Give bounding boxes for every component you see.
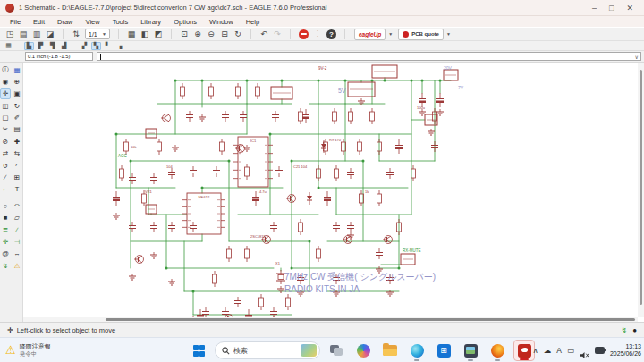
schematic-part-r[interactable] [245, 246, 250, 262]
schematic-part-c[interactable] [234, 297, 242, 307]
schematic-part-gnd[interactable] [113, 213, 120, 219]
maximize-button[interactable]: □ [609, 4, 614, 13]
tool-mirror[interactable]: ◫ [0, 100, 11, 111]
schematic-part-box[interactable] [425, 114, 437, 125]
schematic-part-gnd[interactable] [386, 290, 394, 296]
menu-tools[interactable]: Tools [106, 18, 135, 26]
menu-library[interactable]: Library [134, 18, 167, 26]
tool-invoke[interactable]: ⊞ [12, 173, 22, 183]
undo-icon[interactable]: ↶ [258, 29, 270, 40]
zoom-out-icon[interactable]: ⊖ [205, 29, 217, 40]
export-image-icon[interactable]: ◪ [44, 29, 56, 40]
onedrive-icon[interactable]: ☁ [544, 346, 552, 355]
zoom-in-icon[interactable]: ⊕ [191, 29, 204, 40]
schematic-part-r[interactable] [124, 139, 129, 155]
tool-circle[interactable]: ○ [0, 200, 11, 211]
menu-options[interactable]: Options [167, 18, 203, 26]
schematic-part-e[interactable] [436, 93, 444, 107]
schematic-part-c[interactable] [240, 111, 247, 122]
schematic-part-q[interactable] [286, 195, 296, 203]
schematic-part-r[interactable] [370, 108, 375, 124]
schematic-part-r[interactable] [358, 139, 362, 155]
schematic-part-box[interactable] [444, 70, 458, 80]
menu-file[interactable]: File [4, 18, 27, 26]
taskbar-app-store[interactable] [433, 340, 454, 361]
schematic-part-c[interactable] [347, 168, 354, 179]
taskbar-app-edge[interactable] [406, 340, 428, 361]
ime-mode-icon[interactable]: A [556, 346, 562, 355]
vertical-scrollbar[interactable] [638, 63, 644, 317]
tool-group[interactable]: ▢ [0, 113, 11, 123]
zoom-fit-icon[interactable]: ⊡ [178, 29, 191, 40]
menu-draw[interactable]: Draw [51, 18, 80, 26]
tool-copy[interactable]: ▣ [12, 88, 22, 99]
tool-replace[interactable]: ↺ [0, 160, 11, 171]
pcbquote-dropdown-icon[interactable]: ▼ [445, 31, 453, 37]
schematic-part-r[interactable] [349, 108, 353, 124]
schematic-part-r[interactable] [377, 190, 382, 206]
schematic-part-gnd[interactable] [172, 145, 179, 151]
tool-polygon[interactable]: ▱ [12, 213, 22, 223]
grid-toggle-icon[interactable]: ▦ [4, 42, 13, 50]
eagleup-dropdown-icon[interactable]: ▼ [386, 31, 394, 37]
tool-change[interactable]: ✐ [12, 113, 22, 123]
cast-display-icon[interactable]: ▭ [567, 346, 574, 355]
schematic-part-r[interactable] [299, 219, 303, 235]
schematic-part-c[interactable] [333, 222, 340, 232]
schematic-part-ic[interactable]: NE612 [182, 193, 225, 234]
schematic-part-r[interactable] [213, 271, 217, 287]
save-icon[interactable]: ▤ [17, 29, 30, 40]
schematic-part-gnd[interactable] [199, 114, 206, 121]
menu-view[interactable]: View [80, 18, 106, 26]
tool-add[interactable]: ✚ [12, 136, 22, 147]
menu-window[interactable]: Window [203, 18, 240, 26]
tool-arc[interactable]: ◠ [12, 200, 22, 211]
schematic-part-c[interactable] [186, 111, 193, 122]
tray-chevron-icon[interactable]: ∧ [533, 346, 538, 355]
bend-style-5-icon[interactable]: ▞ [80, 42, 89, 50]
tool-delete[interactable]: ⊘ [0, 136, 11, 147]
schematic-part-r[interactable] [120, 165, 124, 181]
schematic-part-e[interactable] [302, 109, 309, 123]
horizontal-scrollbar-thumb[interactable] [106, 318, 635, 321]
schematic-part-r[interactable] [256, 83, 260, 99]
close-button[interactable]: ✕ [626, 4, 633, 13]
tool-cut[interactable]: ✂ [0, 124, 11, 135]
schematic-part-box[interactable] [146, 205, 157, 214]
tool-dimension[interactable]: ↔ [12, 248, 22, 259]
tool-split[interactable]: ∕ [0, 173, 11, 183]
taskbar-weather-widget[interactable]: ⚠ 降雨注意報 発令中 [5, 340, 51, 361]
tool-bus[interactable]: ≣ [0, 224, 11, 235]
sheet-selector[interactable]: 1/1▼ [85, 29, 110, 39]
bend-style-3-icon[interactable]: ▜ [47, 42, 57, 50]
taskbar-search-box[interactable]: 検索 [215, 341, 320, 359]
schematic-part-c[interactable] [275, 166, 283, 177]
schematic-part-e[interactable] [113, 191, 120, 206]
schematic-part-gnd[interactable] [428, 129, 435, 135]
horizontal-scrollbar[interactable] [23, 317, 638, 322]
schematic-part-q[interactable] [134, 256, 144, 264]
tool-junction[interactable]: ✛ [0, 236, 11, 247]
pcbquote-button[interactable]: PCB quote [398, 29, 444, 40]
schematic-part-c[interactable] [272, 111, 279, 122]
schematic-part-e[interactable] [252, 191, 259, 206]
layer-display-icon[interactable]: ◩ [152, 29, 165, 40]
schematic-part-c[interactable] [376, 248, 383, 259]
schematic-part-r[interactable] [333, 108, 337, 124]
taskbar-app-file-explorer[interactable] [379, 340, 401, 361]
schematic-drawing[interactable]: IC1NE6129V-25V20V7VAGCRX-MUTEX1R9 470C21… [23, 63, 644, 322]
schematic-part-d[interactable] [307, 192, 312, 205]
schematic-part-box[interactable] [348, 82, 375, 97]
tool-gateswap[interactable]: ⇆ [12, 148, 22, 159]
schematic-part-c[interactable] [386, 168, 394, 179]
schematic-part-box[interactable] [271, 87, 292, 99]
schematic-part-q[interactable] [383, 236, 393, 244]
taskbar-clock[interactable]: 13:13 2025/06/26 [610, 343, 641, 358]
schematic-part-c[interactable] [190, 166, 197, 177]
schematic-part-c[interactable] [270, 222, 277, 232]
eagleup-button[interactable]: eagleUp [354, 29, 386, 40]
help-icon[interactable]: ? [326, 29, 336, 39]
stop-icon[interactable] [299, 29, 309, 39]
zoom-redraw-icon[interactable]: ↻ [232, 29, 244, 40]
use-library-icon[interactable]: ⇅ [70, 29, 82, 40]
